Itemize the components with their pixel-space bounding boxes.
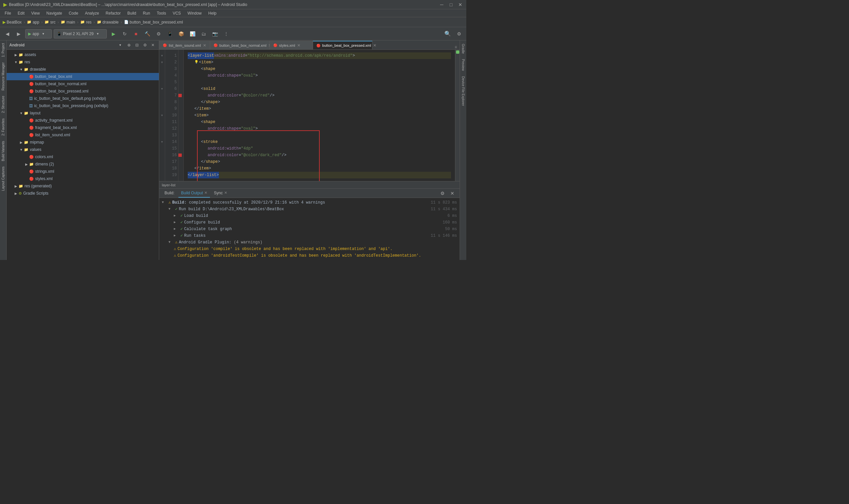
collapse-all-button[interactable]: ⊟ <box>134 42 140 49</box>
settings-button[interactable]: ⚙ <box>454 29 464 38</box>
favorites-tab[interactable]: 2: Favorites <box>1 116 6 138</box>
tree-item-res[interactable]: ▼ 📁 res <box>7 58 159 66</box>
menu-item-file[interactable]: File <box>2 10 14 17</box>
build-settings-btn[interactable]: ⚙ <box>438 189 447 198</box>
fold-1[interactable]: ▼ <box>159 52 165 59</box>
tab-list-item-sound[interactable]: 🔴 list_item_sound.xml ✕ <box>159 41 210 49</box>
build-variants-tab[interactable]: Build Variants <box>1 138 6 164</box>
code-line-14[interactable]: <stroke <box>188 139 451 145</box>
settings-panel-button[interactable]: ⚙ <box>142 42 148 49</box>
code-line-15[interactable]: android:width="4dp" <box>188 145 451 152</box>
tab-list-button[interactable]: ≡ <box>453 45 458 49</box>
breadcrumb-drawable[interactable]: 📁 drawable <box>97 20 119 24</box>
build-output-tab[interactable]: Build Output ✕ <box>178 189 210 198</box>
fold-10[interactable]: ▼ <box>159 112 165 119</box>
structure-tab[interactable]: 2: Structure <box>1 93 6 116</box>
tree-item-button-beat-box-pressed[interactable]: 🔴 button_beat_box_pressed.xml <box>7 88 159 95</box>
tree-item-activity-fragment[interactable]: 🔴 activity_fragment.xml <box>7 117 159 124</box>
breadcrumb-app[interactable]: 📁 app <box>27 20 39 24</box>
toggle-dimens[interactable]: ▶ <box>24 162 29 166</box>
tree-item-gradle[interactable]: ▶ ⚙ Gradle Scripts <box>7 190 159 197</box>
breadcrumb-beatbox[interactable]: ▶ BeatBox <box>3 20 21 24</box>
menu-item-build[interactable]: Build <box>125 10 139 17</box>
close-button[interactable]: ✕ <box>458 2 463 7</box>
preview-side-tab[interactable]: Preview <box>460 57 466 73</box>
tab-styles[interactable]: 🔴 styles.xml ✕ <box>270 41 313 49</box>
resource-manager-tab[interactable]: Resource Manager <box>1 60 6 93</box>
code-line-17[interactable]: </shape> <box>188 159 451 165</box>
tab-close-1[interactable]: ✕ <box>203 43 206 48</box>
sync-tab[interactable]: Sync ✕ <box>211 189 230 198</box>
profiler-button[interactable]: 📊 <box>188 29 197 38</box>
build-close-btn[interactable]: ✕ <box>448 189 457 198</box>
close-panel-button[interactable]: ✕ <box>149 42 156 49</box>
fold-14[interactable]: ▼ <box>159 139 165 145</box>
code-line-19[interactable]: </layer-list> <box>188 172 451 178</box>
code-line-13[interactable] <box>188 132 451 139</box>
maximize-button[interactable]: □ <box>448 2 454 7</box>
expand-5[interactable]: ▶ <box>174 226 179 232</box>
code-line-8[interactable]: </shape> <box>188 99 451 105</box>
code-line-9[interactable]: </item> <box>188 105 451 112</box>
expand-6[interactable]: ▶ <box>174 233 179 239</box>
breadcrumb-main[interactable]: 📁 main <box>61 20 75 24</box>
layout-captures-tab[interactable]: Layout Captures <box>1 164 6 193</box>
tree-item-dimens[interactable]: ▶ 📁 dimens (2) <box>7 161 159 168</box>
fold-2[interactable]: ▼ <box>159 59 165 66</box>
tree-item-res-generated[interactable]: ▶ 📁 res (generated) <box>7 182 159 190</box>
menu-item-help[interactable]: Help <box>205 10 219 17</box>
code-line-7[interactable]: android:color="@color/red"/> <box>188 92 451 99</box>
code-line-6[interactable]: <solid <box>188 86 451 92</box>
expand-4[interactable]: ▶ <box>174 219 179 226</box>
tab-button-normal[interactable]: 🔴 button_beat_box_normal.xml ✕ <box>210 41 270 49</box>
minimize-button[interactable]: ─ <box>439 2 445 7</box>
run-config-selector[interactable]: ▶ app ▼ <box>25 29 52 38</box>
build-button[interactable]: 🔨 <box>143 29 152 38</box>
sync-button[interactable]: ⚙ <box>154 29 163 38</box>
avd-button[interactable]: 📱 <box>165 29 175 38</box>
more-tools-button[interactable]: ⋮ <box>221 29 231 38</box>
expand-2[interactable]: ▼ <box>168 206 174 212</box>
code-line-16[interactable]: android:color="@color/dark_red"/> <box>188 152 451 159</box>
menu-item-window[interactable]: Window <box>185 10 204 17</box>
breadcrumb-file[interactable]: 📄 button_beat_box_pressed.xml <box>124 20 183 24</box>
tree-item-styles[interactable]: 🔴 styles.xml <box>7 175 159 182</box>
toggle-mipmap[interactable]: ▶ <box>19 141 24 144</box>
code-line-4[interactable]: android:shape="oval"> <box>188 72 451 79</box>
toggle-res[interactable]: ▼ <box>13 60 19 64</box>
code-line-10[interactable]: <item> <box>188 112 451 119</box>
tree-item-ic-default[interactable]: 🖼 ic_button_beat_box_default.png (xxhdpi… <box>7 95 159 102</box>
code-line-18[interactable]: </item> <box>188 165 451 172</box>
device-explorer-button[interactable]: 🗂 <box>199 29 208 38</box>
device-selector[interactable]: 📱 Pixel 2 XL API 29 ▼ <box>54 29 107 38</box>
breadcrumb-src[interactable]: 📁 src <box>44 20 55 24</box>
menu-item-code[interactable]: Code <box>66 10 81 17</box>
toggle-res-gen[interactable]: ▶ <box>13 184 19 188</box>
tab-button-pressed[interactable]: 🔴 button_beat_box_pressed.xml ✕ <box>313 41 373 49</box>
tab-close-3[interactable]: ✕ <box>297 43 301 48</box>
tree-item-drawable[interactable]: ▼ 📁 drawable <box>7 66 159 73</box>
run-button[interactable]: ▶ <box>109 29 118 38</box>
code-line-1[interactable]: <layer-list xmlns:android="http://schema… <box>188 52 451 59</box>
valid-indicator[interactable] <box>456 50 459 54</box>
toggle-layout[interactable]: ▼ <box>19 111 24 115</box>
code-line-5[interactable] <box>188 79 451 86</box>
menu-item-view[interactable]: View <box>29 10 42 17</box>
tree-item-list-item-sound[interactable]: 🔴 list_item_sound.xml <box>7 131 159 139</box>
menu-item-tools[interactable]: Tools <box>154 10 169 17</box>
fold-6[interactable]: ▼ <box>159 86 165 92</box>
forward-button[interactable]: ▶ <box>14 29 23 38</box>
code-line-2[interactable]: 💡 <item> <box>188 59 451 66</box>
tree-item-button-beat-box-normal[interactable]: 🔴 button_beat_box_normal.xml <box>7 80 159 88</box>
toggle-gradle[interactable]: ▶ <box>13 192 19 195</box>
menu-item-run[interactable]: Run <box>140 10 153 17</box>
tree-item-ic-pressed[interactable]: 🖼 ic_button_beat_box_pressed.png (xxhdpi… <box>7 102 159 109</box>
menu-item-vcs[interactable]: VCS <box>170 10 184 17</box>
tree-item-mipmap[interactable]: ▶ 📁 mipmap <box>7 139 159 146</box>
tab-close-4[interactable]: ✕ <box>373 43 376 48</box>
build-output-close[interactable]: ✕ <box>204 191 207 195</box>
expand-3[interactable]: ▶ <box>174 213 179 219</box>
code-line-12[interactable]: android:shape="oval"> <box>188 125 451 132</box>
refresh-button[interactable]: ↻ <box>120 29 129 38</box>
menu-item-analyze[interactable]: Analyze <box>82 10 102 17</box>
